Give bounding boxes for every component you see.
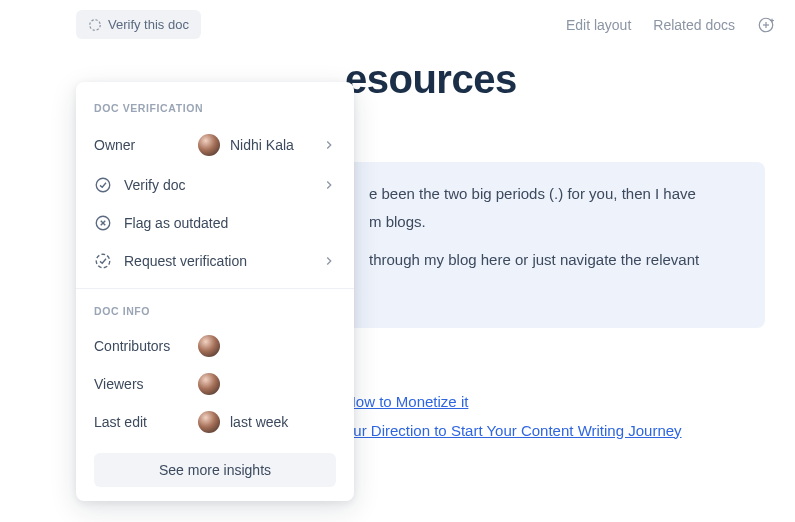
last-edit-row: Last edit last week	[76, 403, 354, 441]
verify-doc-row[interactable]: Verify doc	[76, 166, 354, 204]
verify-dashed-circle-icon	[88, 18, 102, 32]
doc-info-section-title: DOC INFO	[76, 299, 354, 327]
edit-layout-link[interactable]: Edit layout	[566, 17, 631, 33]
avatar	[198, 373, 220, 395]
link-content-writing-direction[interactable]: our Direction to Start Your Content Writ…	[345, 417, 765, 446]
links-list: How to Monetize it our Direction to Star…	[345, 388, 765, 445]
last-edit-label: Last edit	[94, 414, 198, 430]
info-text-line2: m blogs.	[369, 210, 741, 234]
request-verification-icon	[94, 252, 112, 270]
info-text-line3: through my blog here or just navigate th…	[369, 248, 741, 272]
owner-row[interactable]: Owner Nidhi Kala	[76, 124, 354, 166]
owner-label: Owner	[94, 137, 135, 153]
svg-point-0	[90, 19, 101, 30]
avatar	[198, 335, 220, 357]
related-docs-link[interactable]: Related docs	[653, 17, 735, 33]
contributors-row: Contributors	[76, 327, 354, 365]
chevron-right-icon	[322, 178, 336, 192]
topbar-right: Edit layout Related docs	[566, 16, 775, 34]
page-title: esources	[345, 57, 795, 102]
x-circle-icon	[94, 214, 112, 232]
verify-this-doc-button[interactable]: Verify this doc	[76, 10, 201, 39]
avatar	[198, 411, 220, 433]
info-callout: e been the two big periods (.) for you, …	[345, 162, 765, 328]
viewers-row: Viewers	[76, 365, 354, 403]
flag-outdated-label: Flag as outdated	[124, 215, 228, 231]
flag-outdated-row[interactable]: Flag as outdated	[76, 204, 354, 242]
request-verification-row[interactable]: Request verification	[76, 242, 354, 280]
insights-button-label: See more insights	[159, 462, 271, 478]
link-how-to-monetize[interactable]: How to Monetize it	[345, 388, 765, 417]
divider	[76, 288, 354, 289]
verification-section-title: DOC VERIFICATION	[76, 96, 354, 124]
info-text-line1: e been the two big periods (.) for you, …	[369, 182, 741, 206]
chevron-right-icon	[322, 254, 336, 268]
verify-button-label: Verify this doc	[108, 17, 189, 32]
check-circle-icon	[94, 176, 112, 194]
add-circle-icon[interactable]	[757, 16, 775, 34]
viewers-label: Viewers	[94, 376, 198, 392]
chevron-right-icon	[322, 138, 336, 152]
owner-name: Nidhi Kala	[230, 137, 294, 153]
avatar	[198, 134, 220, 156]
topbar: Verify this doc Edit layout Related docs	[0, 0, 795, 49]
last-edit-value: last week	[230, 414, 288, 430]
doc-verification-popover: DOC VERIFICATION Owner Nidhi Kala Verify…	[76, 82, 354, 501]
request-verification-label: Request verification	[124, 253, 247, 269]
contributors-label: Contributors	[94, 338, 198, 354]
svg-point-6	[96, 178, 110, 192]
verify-doc-label: Verify doc	[124, 177, 185, 193]
see-more-insights-button[interactable]: See more insights	[94, 453, 336, 487]
svg-point-10	[96, 254, 110, 268]
